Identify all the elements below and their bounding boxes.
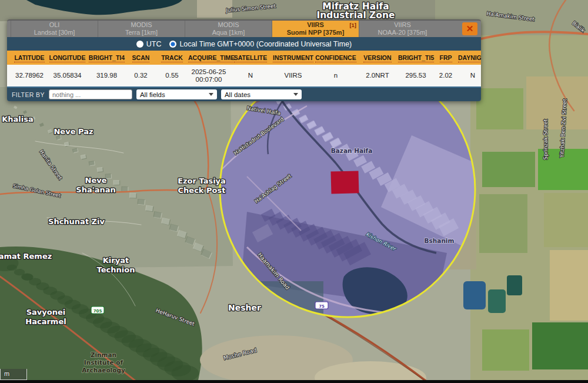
firms-map-viewport: 70575 Julius Simon StreetMifratz HaifaIn…	[0, 0, 588, 383]
filter-dates-select[interactable]: All dates	[221, 89, 302, 99]
cell-frp: 2.02	[433, 72, 458, 79]
map-label: Ezor Tasiya	[178, 176, 226, 185]
radio-utc-icon[interactable]	[136, 41, 143, 48]
tab-modis-aqua[interactable]: MODIS Aqua [1km]	[185, 21, 272, 37]
dates-select-value: All dates	[225, 91, 250, 98]
tab-label-line2: Suomi NPP [375m]	[287, 29, 345, 36]
table-header-row: LATITUDELONGITUDEBRIGHT_TI4SCANTRACKACQU…	[7, 51, 481, 65]
column-header-version[interactable]: VERSION	[357, 54, 398, 61]
fields-select-value: All fields	[140, 91, 165, 98]
attribution-bar	[0, 380, 588, 383]
tab-label-line1: OLI	[49, 21, 60, 29]
map-label: Khalisa	[2, 115, 34, 124]
scale-label: m	[4, 370, 9, 377]
tab-label-line1: MODIS	[218, 21, 239, 29]
map-label: Bshanim	[425, 237, 455, 244]
map-label: Zinman	[91, 351, 116, 358]
tab-label-line2: Terra [1km]	[125, 29, 158, 36]
column-header-scan[interactable]: SCAN	[126, 54, 156, 61]
fire-detection-footprint[interactable]	[331, 171, 359, 194]
column-header-track[interactable]: TRACK	[156, 54, 188, 61]
column-header-acquire_time[interactable]: ACQUIRE_TIME	[188, 54, 229, 61]
detection-count-badge: [1]	[349, 21, 356, 29]
map-label: Nesher	[228, 303, 261, 312]
cell-confidence: n	[315, 72, 357, 79]
tab-viirs-noaa20[interactable]: VIIRS NOAA-20 [375m]	[359, 21, 446, 37]
map-label: Ramat Remez	[0, 252, 52, 261]
tab-viirs-suomi-npp[interactable]: [1] VIIRS Suomi NPP [375m]	[272, 21, 359, 37]
tab-modis-terra[interactable]: MODIS Terra [1km]	[98, 21, 185, 37]
close-icon[interactable]: ✕	[462, 22, 477, 35]
svg-text:705: 705	[93, 309, 102, 314]
time-toggle-row: UTC Local Time GMT+0000 (Coordinated Uni…	[7, 37, 481, 51]
map-label: Kiryat	[103, 256, 129, 265]
radio-utc[interactable]: UTC	[136, 40, 162, 48]
filter-fields-select[interactable]: All fields	[136, 89, 217, 99]
column-header-instrument[interactable]: INSTRUMENT	[272, 54, 315, 61]
cell-bright_ti5: 295.53	[398, 72, 433, 79]
radio-local-time-icon[interactable]	[169, 41, 176, 48]
fire-data-panel: OLI Landsat [30m] MODIS Terra [1km] MODI…	[7, 19, 481, 101]
svg-text:75: 75	[319, 304, 325, 309]
tab-oli-landsat[interactable]: OLI Landsat [30m]	[11, 21, 98, 37]
map-label: Bazan Haifa	[331, 147, 373, 154]
sensor-tab-bar: OLI Landsat [30m] MODIS Terra [1km] MODI…	[7, 19, 481, 37]
map-label: Neve	[85, 176, 107, 185]
map-label: Savyonei	[26, 308, 66, 317]
map-label: Check Post	[178, 186, 226, 195]
tab-label-line2: Aqua [1km]	[212, 29, 245, 36]
column-header-bright_ti5[interactable]: BRIGHT_TI5	[398, 54, 433, 61]
cell-version: 2.0NRT	[357, 72, 398, 79]
road-shield-icon: 705	[91, 307, 104, 314]
utc-label: UTC	[146, 40, 162, 48]
column-header-longitude[interactable]: LONGITUDE	[47, 54, 88, 61]
map-label: Neve Paz	[54, 127, 93, 136]
tab-label-line1: MODIS	[131, 21, 152, 29]
cell-track: 0.55	[156, 72, 188, 79]
cell-scan: 0.32	[126, 72, 156, 79]
tab-label-line1: VIIRS	[394, 21, 411, 29]
cell-daynight: N	[458, 72, 481, 79]
column-header-latitude[interactable]: LATITUDE	[12, 54, 47, 61]
column-header-confidence[interactable]: CONFIDENCE	[315, 54, 357, 61]
map-label: Shchunat Ziv	[48, 217, 105, 226]
map-label: Sprinzak Street	[543, 119, 549, 159]
tab-label-line2: Landsat [30m]	[34, 29, 75, 36]
filter-by-label: FILTER BY	[12, 91, 45, 98]
map-label: Technion	[97, 265, 135, 274]
map-label: Hacarmel	[25, 317, 66, 326]
chevron-down-icon	[209, 93, 213, 96]
table-row[interactable]: 32.7896235.05834319.980.320.552025-06-25…	[7, 65, 481, 86]
cell-satellite: N	[229, 72, 272, 79]
map-label: Institute of	[84, 359, 123, 366]
road-shield-icon: 75	[315, 302, 328, 309]
radio-local-time[interactable]: Local Time GMT+0000 (Coordinated Univers…	[169, 40, 352, 48]
cell-bright_ti4: 319.98	[88, 72, 126, 79]
cell-instrument: VIIRS	[272, 72, 315, 79]
tab-label-line2: NOAA-20 [375m]	[378, 29, 427, 36]
cell-acquire_time: 2025-06-25 00:07:00	[188, 68, 229, 84]
column-header-satellite[interactable]: SATELLITE	[229, 54, 272, 61]
filter-text-input[interactable]	[49, 89, 132, 99]
local-time-label: Local Time GMT+0000 (Coordinated Univers…	[179, 40, 352, 48]
cell-latitude: 32.78962	[12, 72, 47, 79]
column-header-daynight[interactable]: DAYNIGHT	[458, 54, 481, 61]
map-label: Archaeology	[82, 367, 125, 374]
map-label: Sha'anan	[76, 185, 115, 194]
tab-label-line1: VIIRS	[307, 21, 324, 29]
chevron-down-icon	[293, 93, 298, 96]
filter-bar: FILTER BY All fields All dates	[7, 88, 481, 101]
map-scale-bar: m	[0, 369, 27, 380]
cell-longitude: 35.05834	[47, 72, 88, 79]
column-header-bright_ti4[interactable]: BRIGHT_TI4	[88, 54, 126, 61]
column-header-frp[interactable]: FRP	[433, 54, 458, 61]
